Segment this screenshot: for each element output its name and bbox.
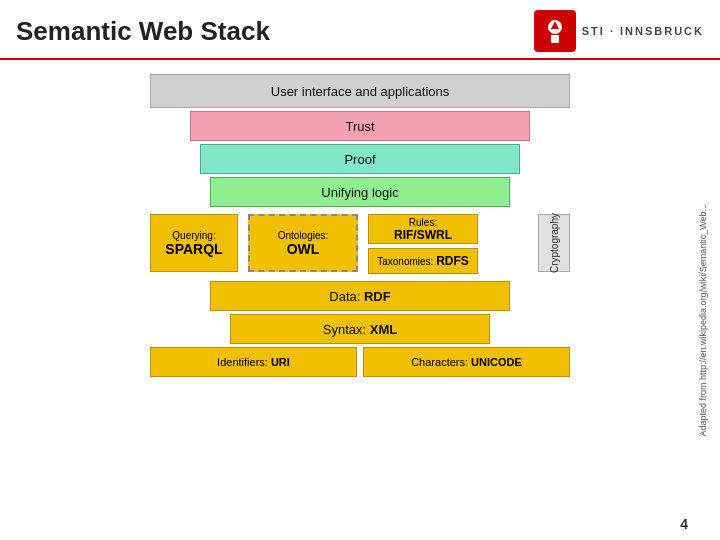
uri-label: URI (271, 356, 290, 368)
block-crypto: Cryptography (538, 214, 570, 272)
block-uri: Identifiers: URI (150, 347, 357, 377)
block-rif: Rules: RIF/SWRL (368, 214, 478, 244)
layer-proof: Proof (200, 144, 520, 174)
layer-trust-label: Trust (345, 119, 374, 134)
layer-ui: User interface and applications (150, 74, 570, 108)
layer-unifying-label: Unifying logic (321, 185, 398, 200)
owl-label: OWL (287, 241, 320, 257)
page-title: Semantic Web Stack (16, 16, 270, 47)
rdfs-label: RDFS (436, 254, 469, 268)
logo-text: STI · INNSBRUCK (582, 25, 704, 37)
layer-rdf: Data: RDF (210, 281, 510, 311)
uri-prefix: Identifiers: (217, 356, 268, 368)
svg-rect-1 (551, 35, 559, 43)
block-owl: Ontologies: OWL (248, 214, 358, 272)
side-attribution: Adapted from http://en.wikipedia.org/wik… (694, 110, 712, 530)
block-sparql: Querying: SPARQL (150, 214, 238, 272)
crypto-label: Cryptography (549, 213, 560, 273)
layer-bottom-row: Identifiers: URI Characters: UNICODE (150, 347, 570, 377)
header: Semantic Web Stack STI · INNSBRUCK (0, 0, 720, 60)
page-number: 4 (680, 516, 688, 532)
layer-unifying: Unifying logic (210, 177, 510, 207)
rifswrl-label: RIF/SWRL (394, 228, 452, 242)
xml-prefix: Syntax: (323, 322, 366, 337)
block-rdfs: Taxonomies: RDFS (368, 248, 478, 274)
xml-label: XML (370, 322, 397, 337)
rdf-label: RDF (364, 289, 391, 304)
main-content: User interface and applications Trust Pr… (0, 60, 720, 530)
ontologies-label: Ontologies: (278, 230, 329, 241)
stack-diagram: User interface and applications Trust Pr… (10, 70, 710, 520)
layer-ui-label: User interface and applications (271, 84, 450, 99)
attribution-text: Adapted from http://en.wikipedia.org/wik… (698, 204, 708, 436)
querying-label: Querying: (172, 230, 215, 241)
logo-box: STI · INNSBRUCK (534, 10, 704, 52)
layer-trust: Trust (190, 111, 530, 141)
rules-label: Rules: (409, 217, 437, 228)
rdf-prefix: Data: (329, 289, 360, 304)
unicode-prefix: Characters: (411, 356, 468, 368)
taxonomies-label: Taxonomies: (377, 256, 433, 267)
layer-proof-label: Proof (344, 152, 375, 167)
block-unicode: Characters: UNICODE (363, 347, 570, 377)
sti-logo-icon (534, 10, 576, 52)
unicode-label: UNICODE (471, 356, 522, 368)
layer-xml: Syntax: XML (230, 314, 490, 344)
sparql-label: SPARQL (165, 241, 222, 257)
layer-owl-row: Querying: SPARQL Ontologies: OWL Rules: … (150, 210, 570, 278)
